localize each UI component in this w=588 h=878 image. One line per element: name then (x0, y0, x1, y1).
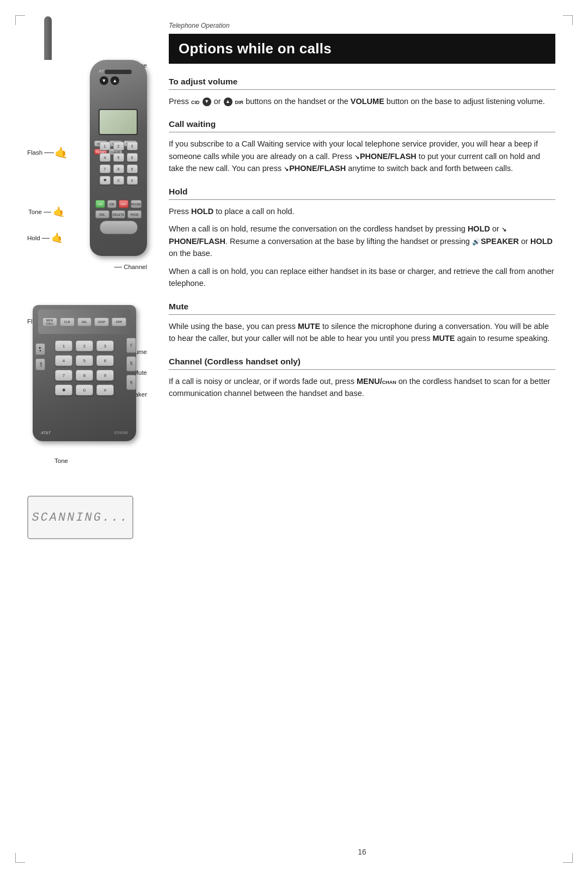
page-number: 16 (169, 837, 555, 856)
phone-body: AT&T ▼ ▲ VOL– SEL (90, 60, 147, 256)
base-top-panel: NEWCALL CLR SEL DISP DRP (38, 309, 131, 334)
body-hold: Press HOLD to place a call on hold. When… (169, 205, 555, 290)
phone-arrow-icon: ↘ (354, 153, 359, 162)
phone-flash-bold-2: ↘PHONE/FLASH (284, 164, 346, 173)
section-label: Telephone Operation (169, 22, 555, 29)
phone-flash-bold-1: ↘PHONE/FLASH (354, 152, 416, 161)
hold-para3: When a call is on hold, you can replace … (169, 265, 555, 290)
base-illustration: Flash 🤙 Volume Mute Speaker Tone (27, 294, 147, 474)
corner-mark-bl (15, 853, 25, 863)
section-call-waiting: Call waiting If you subscribe to a Call … (169, 119, 555, 174)
key-3: 3 (127, 142, 138, 150)
corner-mark-tl (15, 15, 25, 25)
main-layout: Flash 🤙 Volume Tone 🤙 Hold 🤙 (0, 0, 588, 878)
hand-icon: 🤙 (54, 146, 68, 159)
speaker-slot (105, 70, 132, 74)
arrow-line (44, 153, 54, 153)
section-channel: Channel (Cordless handset only) If a cal… (169, 357, 555, 400)
base-key-2: 2 (76, 340, 93, 351)
play-stop-btn: ▶■ (35, 343, 45, 355)
dir-label: dir (235, 97, 244, 106)
base-key-5: 5 (76, 355, 93, 366)
btn-pause: PAUSE (131, 200, 142, 208)
right-side-btns: V+ MT SP (126, 338, 136, 390)
base-key-7: 7 (55, 370, 72, 381)
heading-hold: Hold (169, 187, 555, 200)
key-9: 9 (127, 164, 138, 173)
base-key-hash: # (96, 385, 114, 395)
base-key-0: 0 (76, 385, 93, 395)
key-0: 0 (113, 176, 124, 185)
left-side-btns: ▶■ RPT (35, 343, 45, 370)
hold-para2: When a call is on hold, resume the conve… (169, 223, 555, 259)
mute-btn-right: MT (126, 356, 136, 371)
volume-icons: ▼ ▲ (100, 76, 119, 85)
bottom-buttons: ON CM OFF PAUSE DEL DELETE PAGE (95, 200, 142, 234)
vol-up-inline-icon: ▲ (224, 97, 232, 106)
hand-icon3: 🤙 (51, 232, 63, 244)
section-hold: Hold Press HOLD to place a call on hold.… (169, 187, 555, 290)
base-key-1: 1 (55, 340, 72, 351)
phone-screen (99, 109, 138, 135)
flash-label: Flash 🤙 (27, 146, 68, 159)
base-key-6: 6 (96, 355, 114, 366)
body-adjust-volume: Press cid ▼ or ▲ dir buttons on the hand… (169, 95, 555, 107)
base-key-star: ✱ (55, 385, 72, 395)
btn-delete: DELETE (112, 210, 126, 218)
chan-smallcaps: chan (382, 377, 396, 386)
hold-bold-1: HOLD (191, 207, 213, 216)
speaker-btn-right: SP (126, 375, 136, 390)
hold-para1: Press HOLD to place a call on hold. (169, 205, 555, 217)
mute-bold-2: MUTE (432, 334, 455, 343)
base-model-number: E5909B (114, 431, 128, 435)
cid-label: cid (191, 97, 200, 106)
phone-arrow-icon2: ↘ (284, 164, 289, 174)
key-6: 6 (127, 153, 138, 162)
section-adjust-volume: To adjust volume Press cid ▼ or ▲ dir bu… (169, 77, 555, 107)
btn-del: DEL (95, 210, 109, 218)
tone-label-handset: Tone 🤙 (28, 206, 65, 218)
base-key-4: 4 (55, 355, 72, 366)
menu-chan-bold: MENU/chan (357, 377, 396, 386)
volume-bold: VOLUME (351, 97, 384, 106)
arrow-line (114, 267, 122, 267)
key-5: 5 (113, 153, 124, 162)
left-column: Flash 🤙 Volume Tone 🤙 Hold 🤙 (27, 22, 152, 856)
base-key-9: 9 (96, 370, 114, 381)
hold-bold-3: HOLD (530, 237, 553, 246)
heading-channel: Channel (Cordless handset only) (169, 357, 555, 370)
phone-flash-bold-3: ↘PHONE/FLASH (169, 224, 507, 245)
base-drop: DRP (112, 318, 126, 326)
heading-call-waiting: Call waiting (169, 119, 555, 132)
hold-bold-2: HOLD (468, 224, 490, 233)
channel-label: Channel (114, 264, 147, 270)
heading-adjust-volume: To adjust volume (169, 77, 555, 90)
speaker-bold: 🔊SPEAKER (472, 237, 519, 246)
key-hash: # (127, 176, 138, 185)
hand-icon2: 🤙 (53, 206, 65, 218)
base-select: SEL (77, 318, 92, 326)
keypad: 1 2 3 4 5 6 7 8 9 (95, 142, 142, 187)
vol-up-icon: ▲ (111, 76, 119, 85)
scanning-display: SCANNING... (27, 496, 133, 539)
body-channel: If a call is noisy or unclear, or if wor… (169, 375, 555, 400)
key-star: ✱ (100, 176, 111, 185)
arrow-line (42, 238, 50, 239)
section-mute: Mute While using the base, you can press… (169, 302, 555, 345)
key-8: 8 (113, 164, 124, 173)
base-keypad: 1 2 3 4 5 6 7 8 9 ✱ (41, 340, 128, 399)
vol-down-inline-icon: ▼ (203, 97, 211, 106)
body-mute: While using the base, you can press MUTE… (169, 320, 555, 345)
btn-cm: CM (107, 200, 117, 208)
vol-btn-right: V+ (126, 338, 136, 353)
mute-bold-1: MUTE (298, 322, 320, 331)
btn-page: PAGE (127, 210, 142, 218)
earpiece (100, 221, 138, 234)
hold-label: Hold 🤙 (27, 232, 63, 244)
btn-on: ON (95, 200, 105, 208)
page-title: Options while on calls (169, 34, 555, 64)
key-1: 1 (100, 142, 111, 150)
base-key-8: 8 (76, 370, 93, 381)
base-body: NEWCALL CLR SEL DISP DRP 1 2 3 4 5 (33, 305, 136, 441)
key-7: 7 (100, 164, 111, 173)
